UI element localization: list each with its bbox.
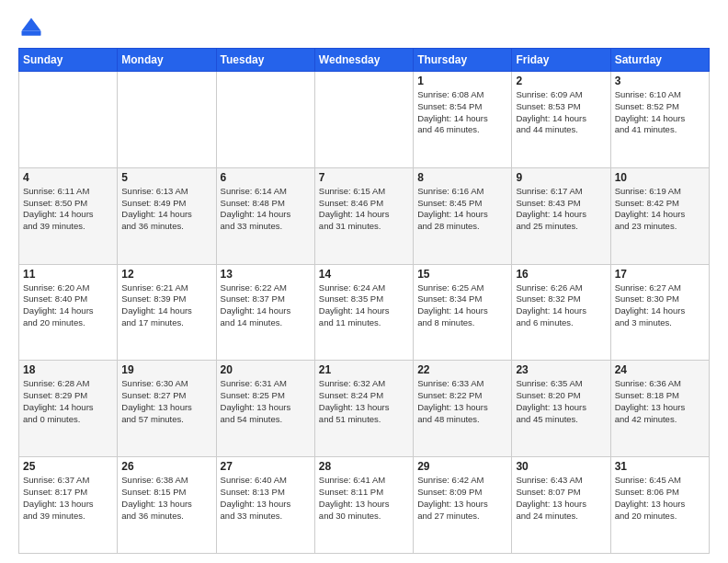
day-number: 12 — [121, 268, 211, 281]
day-cell: 25Sunrise: 6:37 AMSunset: 8:17 PMDayligh… — [19, 457, 118, 554]
day-cell: 8Sunrise: 6:16 AMSunset: 8:45 PMDaylight… — [414, 167, 512, 264]
day-number: 14 — [319, 268, 409, 281]
day-number: 29 — [417, 460, 507, 473]
weekday-thursday: Thursday — [414, 49, 512, 72]
week-row-3: 11Sunrise: 6:20 AMSunset: 8:40 PMDayligh… — [19, 264, 710, 361]
week-row-5: 25Sunrise: 6:37 AMSunset: 8:17 PMDayligh… — [19, 457, 710, 554]
svg-rect-1 — [22, 31, 41, 36]
day-info: Sunrise: 6:17 AMSunset: 8:43 PMDaylight:… — [516, 186, 606, 233]
day-cell: 9Sunrise: 6:17 AMSunset: 8:43 PMDaylight… — [512, 167, 610, 264]
day-info: Sunrise: 6:26 AMSunset: 8:32 PMDaylight:… — [516, 282, 606, 329]
day-number: 27 — [221, 460, 311, 473]
day-number: 20 — [221, 363, 311, 376]
day-cell: 30Sunrise: 6:43 AMSunset: 8:07 PMDayligh… — [512, 457, 610, 554]
day-number: 22 — [417, 363, 507, 376]
day-cell: 6Sunrise: 6:14 AMSunset: 8:48 PMDaylight… — [216, 167, 314, 264]
day-info: Sunrise: 6:25 AMSunset: 8:34 PMDaylight:… — [417, 282, 507, 329]
day-info: Sunrise: 6:24 AMSunset: 8:35 PMDaylight:… — [319, 282, 409, 329]
day-number: 21 — [319, 363, 409, 376]
day-info: Sunrise: 6:28 AMSunset: 8:29 PMDaylight:… — [23, 378, 113, 425]
day-info: Sunrise: 6:33 AMSunset: 8:22 PMDaylight:… — [417, 378, 507, 425]
day-cell: 19Sunrise: 6:30 AMSunset: 8:27 PMDayligh… — [118, 361, 216, 457]
day-number: 18 — [23, 363, 113, 376]
day-info: Sunrise: 6:09 AMSunset: 8:53 PMDaylight:… — [516, 89, 606, 136]
weekday-sunday: Sunday — [19, 49, 118, 72]
day-number: 7 — [319, 171, 409, 184]
day-info: Sunrise: 6:40 AMSunset: 8:13 PMDaylight:… — [221, 475, 311, 522]
day-number: 3 — [615, 75, 705, 87]
weekday-header-row: SundayMondayTuesdayWednesdayThursdayFrid… — [19, 49, 710, 72]
day-info: Sunrise: 6:22 AMSunset: 8:37 PMDaylight:… — [221, 282, 311, 329]
day-info: Sunrise: 6:27 AMSunset: 8:30 PMDaylight:… — [615, 282, 705, 329]
day-cell: 27Sunrise: 6:40 AMSunset: 8:13 PMDayligh… — [216, 457, 314, 554]
day-cell — [216, 72, 314, 168]
day-number: 15 — [417, 268, 507, 281]
day-info: Sunrise: 6:11 AMSunset: 8:50 PMDaylight:… — [23, 186, 113, 233]
day-number: 30 — [516, 460, 606, 473]
logo — [18, 15, 48, 40]
day-cell: 1Sunrise: 6:08 AMSunset: 8:54 PMDaylight… — [414, 72, 512, 168]
day-number: 25 — [23, 460, 113, 473]
day-info: Sunrise: 6:21 AMSunset: 8:39 PMDaylight:… — [121, 282, 211, 329]
day-cell: 21Sunrise: 6:32 AMSunset: 8:24 PMDayligh… — [314, 361, 413, 457]
day-cell: 16Sunrise: 6:26 AMSunset: 8:32 PMDayligh… — [512, 264, 610, 361]
day-cell: 31Sunrise: 6:45 AMSunset: 8:06 PMDayligh… — [610, 457, 709, 554]
day-cell: 7Sunrise: 6:15 AMSunset: 8:46 PMDaylight… — [314, 167, 413, 264]
day-cell: 13Sunrise: 6:22 AMSunset: 8:37 PMDayligh… — [216, 264, 314, 361]
day-cell: 28Sunrise: 6:41 AMSunset: 8:11 PMDayligh… — [314, 457, 413, 554]
day-info: Sunrise: 6:16 AMSunset: 8:45 PMDaylight:… — [417, 186, 507, 233]
day-info: Sunrise: 6:20 AMSunset: 8:40 PMDaylight:… — [23, 282, 113, 329]
day-info: Sunrise: 6:30 AMSunset: 8:27 PMDaylight:… — [121, 378, 211, 425]
day-cell — [19, 72, 118, 168]
day-cell — [314, 72, 413, 168]
day-number: 17 — [615, 268, 705, 281]
day-number: 19 — [121, 363, 211, 376]
day-cell: 22Sunrise: 6:33 AMSunset: 8:22 PMDayligh… — [414, 361, 512, 457]
day-number: 26 — [121, 460, 211, 473]
day-cell: 12Sunrise: 6:21 AMSunset: 8:39 PMDayligh… — [118, 264, 216, 361]
week-row-4: 18Sunrise: 6:28 AMSunset: 8:29 PMDayligh… — [19, 361, 710, 457]
weekday-monday: Monday — [118, 49, 216, 72]
calendar-table: SundayMondayTuesdayWednesdayThursdayFrid… — [18, 48, 710, 554]
day-cell: 20Sunrise: 6:31 AMSunset: 8:25 PMDayligh… — [216, 361, 314, 457]
weekday-tuesday: Tuesday — [216, 49, 314, 72]
day-info: Sunrise: 6:42 AMSunset: 8:09 PMDaylight:… — [417, 475, 507, 522]
day-number: 9 — [516, 171, 606, 184]
day-cell: 23Sunrise: 6:35 AMSunset: 8:20 PMDayligh… — [512, 361, 610, 457]
day-info: Sunrise: 6:10 AMSunset: 8:52 PMDaylight:… — [615, 89, 705, 136]
day-cell: 5Sunrise: 6:13 AMSunset: 8:49 PMDaylight… — [118, 167, 216, 264]
day-cell: 14Sunrise: 6:24 AMSunset: 8:35 PMDayligh… — [314, 264, 413, 361]
day-number: 1 — [417, 75, 507, 87]
day-number: 28 — [319, 460, 409, 473]
day-number: 6 — [221, 171, 311, 184]
weekday-saturday: Saturday — [610, 49, 709, 72]
day-number: 16 — [516, 268, 606, 281]
weekday-wednesday: Wednesday — [314, 49, 413, 72]
day-number: 11 — [23, 268, 113, 281]
day-info: Sunrise: 6:32 AMSunset: 8:24 PMDaylight:… — [319, 378, 409, 425]
day-number: 2 — [516, 75, 606, 87]
day-number: 10 — [615, 171, 705, 184]
logo-icon — [18, 15, 44, 40]
header — [18, 15, 710, 40]
weekday-friday: Friday — [512, 49, 610, 72]
day-cell: 24Sunrise: 6:36 AMSunset: 8:18 PMDayligh… — [610, 361, 709, 457]
day-info: Sunrise: 6:14 AMSunset: 8:48 PMDaylight:… — [221, 186, 311, 233]
day-cell: 10Sunrise: 6:19 AMSunset: 8:42 PMDayligh… — [610, 167, 709, 264]
day-info: Sunrise: 6:13 AMSunset: 8:49 PMDaylight:… — [121, 186, 211, 233]
day-number: 4 — [23, 171, 113, 184]
day-info: Sunrise: 6:08 AMSunset: 8:54 PMDaylight:… — [417, 89, 507, 136]
day-cell: 2Sunrise: 6:09 AMSunset: 8:53 PMDaylight… — [512, 72, 610, 168]
day-number: 13 — [221, 268, 311, 281]
svg-marker-0 — [22, 18, 41, 31]
day-number: 5 — [121, 171, 211, 184]
day-info: Sunrise: 6:35 AMSunset: 8:20 PMDaylight:… — [516, 378, 606, 425]
day-info: Sunrise: 6:43 AMSunset: 8:07 PMDaylight:… — [516, 475, 606, 522]
day-number: 31 — [615, 460, 705, 473]
day-info: Sunrise: 6:45 AMSunset: 8:06 PMDaylight:… — [615, 475, 705, 522]
day-info: Sunrise: 6:37 AMSunset: 8:17 PMDaylight:… — [23, 475, 113, 522]
day-info: Sunrise: 6:31 AMSunset: 8:25 PMDaylight:… — [221, 378, 311, 425]
week-row-2: 4Sunrise: 6:11 AMSunset: 8:50 PMDaylight… — [19, 167, 710, 264]
day-cell: 17Sunrise: 6:27 AMSunset: 8:30 PMDayligh… — [610, 264, 709, 361]
day-info: Sunrise: 6:19 AMSunset: 8:42 PMDaylight:… — [615, 186, 705, 233]
